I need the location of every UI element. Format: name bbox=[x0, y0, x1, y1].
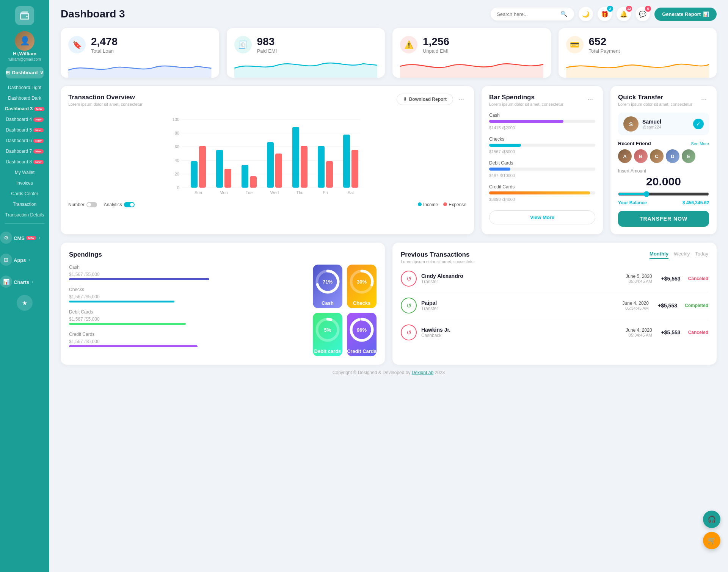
footer-brand-link[interactable]: DexignLab bbox=[412, 370, 433, 375]
svg-text:Sun: Sun bbox=[195, 190, 202, 195]
spending-item-cash: Cash $1,567 /$5,000 bbox=[69, 265, 303, 280]
wallet-icon bbox=[19, 10, 30, 21]
analytics-toggle-pill[interactable] bbox=[124, 202, 135, 207]
sidebar-item-transaction[interactable]: Transaction bbox=[0, 199, 49, 210]
gift-btn[interactable]: 🎁 2 bbox=[598, 7, 612, 21]
sidebar-item-dashboard5[interactable]: Dashboard 5 New bbox=[0, 125, 49, 135]
sidebar-divider bbox=[5, 223, 44, 224]
friend-avatar-2[interactable]: B bbox=[634, 149, 648, 163]
tx-date-0: June 5, 2020 05:34:45 AM bbox=[626, 274, 652, 284]
number-toggle[interactable]: Number bbox=[68, 202, 97, 207]
sidebar-section-charts[interactable]: 📊 Charts › bbox=[0, 271, 49, 293]
sidebar-item-mywallet[interactable]: My Wallet bbox=[0, 167, 49, 178]
tx-date-1: June 4, 2020 05:34:45 AM bbox=[623, 301, 649, 310]
tab-today[interactable]: Today bbox=[695, 251, 708, 259]
svg-text:20: 20 bbox=[175, 172, 179, 176]
gift-icon: 🎁 bbox=[601, 11, 609, 18]
tx-icon-2: ↺ bbox=[401, 324, 417, 340]
moon-toggle-btn[interactable]: 🌙 bbox=[579, 7, 593, 21]
sidebar-item-dashboard3[interactable]: Dashboard 3 New bbox=[0, 103, 49, 114]
main-grid: Transaction Overview Lorem ipsum dolor s… bbox=[61, 86, 717, 234]
bar-spendings-list: Cash $1415 /$2000 Checks $1567 /$5 bbox=[489, 113, 595, 202]
svg-rect-25 bbox=[250, 176, 257, 188]
sidebar-section-cms[interactable]: ⚙ CMS New › bbox=[0, 227, 49, 249]
svg-text:0: 0 bbox=[177, 185, 179, 190]
sidebar-username: Hi,William bbox=[13, 51, 36, 56]
transaction-overview-title: Transaction Overview bbox=[68, 94, 143, 101]
tx-row-1: ↺ Paipal Transfer June 4, 2020 05:34:45 … bbox=[401, 292, 708, 319]
chat-badge: 5 bbox=[645, 6, 651, 12]
content: 🔖 2,478 Total Loan 🧾 bbox=[49, 28, 728, 572]
sidebar-email: william@gmail.com bbox=[8, 57, 41, 61]
bell-btn[interactable]: 🔔 12 bbox=[617, 7, 631, 21]
paid-emi-icon: 🧾 bbox=[234, 36, 252, 53]
balance-value: $ 456,345.62 bbox=[682, 200, 709, 205]
dashboard-toggle[interactable]: ⊞ Dashboard ∨ bbox=[6, 67, 44, 78]
tab-monthly[interactable]: Monthly bbox=[650, 251, 668, 259]
sidebar-logo[interactable] bbox=[15, 6, 34, 25]
friend-avatar-5[interactable]: E bbox=[682, 149, 695, 163]
sidebar-item-dashboard7[interactable]: Dashboard 7 New bbox=[0, 146, 49, 157]
sidebar-item-cards[interactable]: Cards Center bbox=[0, 188, 49, 199]
donut-checks-label: Checks bbox=[353, 297, 370, 308]
generate-report-button[interactable]: Generate Report 📊 bbox=[654, 8, 717, 21]
tab-weekly[interactable]: Weekly bbox=[674, 251, 690, 259]
friend-avatar-3[interactable]: C bbox=[650, 149, 664, 163]
headset-icon: 🎧 bbox=[708, 515, 716, 523]
friend-avatar-4[interactable]: D bbox=[666, 149, 679, 163]
search-input[interactable] bbox=[497, 11, 557, 17]
quick-transfer-more-button[interactable]: ··· bbox=[699, 94, 709, 105]
transfer-now-button[interactable]: TRANSFER NOW bbox=[618, 211, 709, 227]
tx-date-2: June 4, 2020 05:34:45 AM bbox=[626, 328, 652, 337]
svg-rect-32 bbox=[343, 135, 350, 188]
star-icon[interactable]: ★ bbox=[17, 295, 33, 311]
svg-text:60: 60 bbox=[175, 144, 179, 149]
see-more-link[interactable]: See More bbox=[691, 141, 709, 146]
stat-card-total-payment: 💳 652 Total Payment bbox=[559, 28, 717, 78]
number-toggle-pill[interactable] bbox=[86, 202, 97, 207]
bar-chart-container: 100 80 60 40 20 0 Sun bbox=[68, 113, 466, 197]
amount-slider[interactable] bbox=[618, 191, 709, 197]
sidebar-item-dashboard8[interactable]: Dashboard 8 New bbox=[0, 157, 49, 167]
sidebar-section-apps[interactable]: ⊞ Apps › bbox=[0, 249, 49, 271]
svg-rect-29 bbox=[301, 146, 308, 188]
sidebar-item-dashboard6[interactable]: Dashboard 6 New bbox=[0, 135, 49, 146]
fab-container: 🎧 🛒 bbox=[703, 511, 720, 549]
transaction-overview-subtitle: Lorem ipsum dolor sit amet, consectetur bbox=[68, 102, 143, 107]
bottom-grid: Spendings Cash $1,567 /$5,000 Checks bbox=[61, 243, 717, 365]
unpaid-emi-label: Unpaid EMI bbox=[423, 48, 449, 54]
sidebar-item-invoices[interactable]: Invoices bbox=[0, 178, 49, 188]
chat-btn[interactable]: 💬 5 bbox=[635, 7, 650, 21]
bar-chart: 100 80 60 40 20 0 Sun bbox=[68, 113, 466, 196]
sidebar-item-dashboard-dark[interactable]: Dashboard Dark bbox=[0, 93, 49, 103]
tx-name-0: Cindy Alexandro bbox=[421, 273, 463, 279]
spending-row-credit: Credit Cards $3890 /$4000 bbox=[489, 184, 595, 202]
svg-text:Tue: Tue bbox=[246, 190, 253, 195]
charts-label: Charts bbox=[14, 279, 29, 285]
transaction-more-button[interactable]: ··· bbox=[456, 94, 466, 105]
download-report-button[interactable]: ⬇ Download Report bbox=[397, 94, 453, 105]
donut-debit-label: Debit cards bbox=[314, 345, 341, 356]
search-box: 🔍 bbox=[491, 8, 574, 20]
total-loan-label: Total Loan bbox=[91, 48, 118, 54]
svg-rect-20 bbox=[191, 161, 198, 188]
gift-badge: 2 bbox=[607, 6, 613, 12]
svg-rect-28 bbox=[292, 127, 299, 188]
support-fab[interactable]: 🎧 bbox=[703, 511, 720, 528]
transaction-tabs: Monthly Weekly Today bbox=[650, 251, 708, 259]
donut-debit: 5% Debit cards bbox=[313, 313, 342, 356]
sidebar-item-dashboard-light[interactable]: Dashboard Light bbox=[0, 82, 49, 93]
friend-avatar-1[interactable]: A bbox=[618, 149, 632, 163]
analytics-toggle[interactable]: Analytics bbox=[104, 202, 135, 207]
svg-point-0 bbox=[26, 16, 28, 17]
cart-fab[interactable]: 🛒 bbox=[703, 532, 720, 549]
svg-text:Mon: Mon bbox=[220, 190, 228, 195]
bar-spendings-more-button[interactable]: ··· bbox=[585, 94, 595, 105]
view-more-button[interactable]: View More bbox=[489, 210, 595, 224]
svg-text:71%: 71% bbox=[323, 279, 333, 285]
avatar: 👤 bbox=[15, 31, 35, 51]
sidebar-item-dashboard4[interactable]: Dashboard 4 New bbox=[0, 114, 49, 125]
sidebar-item-transaction-details[interactable]: Transaction Details bbox=[0, 210, 49, 220]
paid-emi-label: Paid EMI bbox=[257, 48, 277, 54]
total-payment-number: 652 bbox=[589, 36, 620, 48]
